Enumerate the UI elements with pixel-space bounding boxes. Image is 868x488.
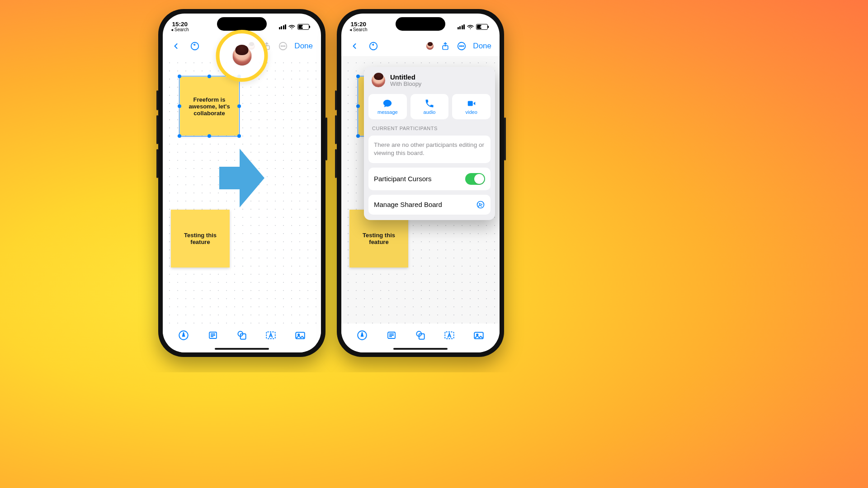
wifi-icon <box>467 23 474 30</box>
svg-point-3 <box>281 46 282 47</box>
participants-heading: CURRENT PARTICIPANTS <box>368 124 491 131</box>
pen-tool[interactable] <box>177 328 190 342</box>
screen-right: 15:20 Search 43 <box>341 14 500 352</box>
back-to-search[interactable]: Search <box>349 28 367 33</box>
text-tool[interactable] <box>264 328 278 342</box>
more-button[interactable] <box>457 41 467 51</box>
popover-avatar <box>371 73 386 88</box>
audio-button[interactable]: audio <box>410 94 449 119</box>
screen-left: 15:20 Search 43 <box>163 14 321 352</box>
collaboration-avatar-button[interactable] <box>426 42 434 50</box>
sticky-note-1-text: Freeform is awesome, let's collaborate <box>184 96 234 117</box>
sticky-tool[interactable] <box>385 328 398 342</box>
status-time: 15:20 <box>349 21 367 28</box>
people-icon <box>476 200 485 209</box>
undo-button[interactable] <box>190 41 200 51</box>
participants-empty-card: There are no other participants editing … <box>368 136 491 163</box>
svg-point-36 <box>479 203 481 205</box>
status-right: 43 <box>279 23 310 30</box>
done-button[interactable]: Done <box>473 42 491 51</box>
status-time: 15:20 <box>171 21 189 28</box>
callout-highlight-ring <box>216 30 268 82</box>
participant-cursors-label: Participant Cursors <box>374 175 432 183</box>
home-indicator[interactable] <box>393 348 448 350</box>
message-icon <box>382 99 392 108</box>
cellular-icon <box>458 24 465 29</box>
home-indicator[interactable] <box>215 348 269 350</box>
shapes-tool[interactable] <box>235 328 249 342</box>
svg-point-35 <box>477 201 484 208</box>
phone-right: 15:20 Search 43 <box>337 9 504 357</box>
battery-icon: 43 <box>476 24 488 30</box>
participant-cursors-toggle[interactable] <box>465 173 485 185</box>
undo-button[interactable] <box>368 41 378 51</box>
media-tool[interactable] <box>293 328 307 342</box>
message-label: message <box>377 109 398 115</box>
dynamic-island <box>396 17 445 31</box>
back-button[interactable] <box>349 41 359 51</box>
participant-cursors-row[interactable]: Participant Cursors <box>368 168 491 190</box>
text-tool[interactable] <box>443 328 456 342</box>
sticky-tool[interactable] <box>206 328 220 342</box>
svg-point-20 <box>460 46 461 47</box>
svg-point-5 <box>284 46 285 47</box>
callout-avatar <box>232 46 252 66</box>
arrow-shape[interactable] <box>215 144 264 212</box>
svg-point-21 <box>461 46 462 47</box>
battery-icon: 43 <box>297 24 309 30</box>
status-right: 43 <box>458 23 488 30</box>
svg-rect-34 <box>467 101 472 106</box>
contact-actions-row: message audio video <box>368 94 491 119</box>
done-button[interactable]: Done <box>294 42 313 51</box>
wifi-icon <box>288 23 295 30</box>
svg-point-0 <box>191 42 199 50</box>
sticky-note-2-text: Testing this feature <box>354 232 404 245</box>
dynamic-island <box>217 17 267 31</box>
freeform-canvas[interactable]: Freeform is awesome, let's collaborate T… <box>163 56 321 324</box>
phone-left: 15:20 Search 43 <box>158 9 326 357</box>
svg-point-22 <box>463 46 464 47</box>
cellular-icon <box>279 24 287 29</box>
pen-tool[interactable] <box>355 328 369 342</box>
message-button[interactable]: message <box>368 94 407 119</box>
manage-shared-board-label: Manage Shared Board <box>374 201 442 208</box>
shapes-tool[interactable] <box>414 328 427 342</box>
more-button[interactable] <box>278 41 288 51</box>
popover-header: Untitled With Bloopy <box>368 72 491 89</box>
phone-icon <box>425 99 434 108</box>
board-subtitle: With Bloopy <box>390 81 421 88</box>
svg-point-17 <box>370 42 377 50</box>
media-tool[interactable] <box>472 328 486 342</box>
audio-label: audio <box>424 109 436 115</box>
toolbar: Done <box>341 36 500 56</box>
manage-shared-board-row[interactable]: Manage Shared Board <box>368 195 491 215</box>
video-button[interactable]: video <box>452 94 491 119</box>
collaboration-popover: Untitled With Bloopy message audio video <box>364 67 495 220</box>
svg-marker-6 <box>219 149 264 207</box>
share-button[interactable] <box>440 41 450 51</box>
svg-point-37 <box>481 203 482 205</box>
sticky-note-2-text: Testing this feature <box>175 232 225 245</box>
svg-point-4 <box>283 46 283 47</box>
video-label: video <box>466 109 477 115</box>
sticky-note-2[interactable]: Testing this feature <box>171 210 230 267</box>
video-icon <box>467 99 476 108</box>
back-button[interactable] <box>171 41 181 51</box>
sticky-note-1[interactable]: Freeform is awesome, let's collaborate <box>180 77 239 136</box>
board-title: Untitled <box>390 73 421 81</box>
back-to-search[interactable]: Search <box>171 28 189 33</box>
